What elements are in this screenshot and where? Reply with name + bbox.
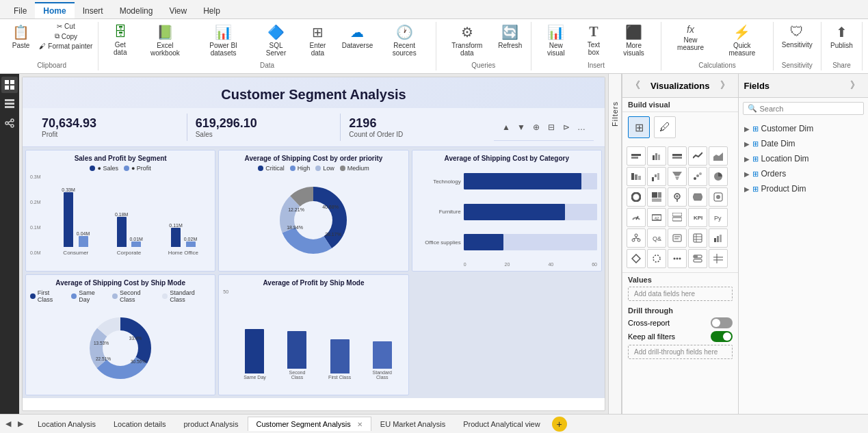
viz-filled-map[interactable] xyxy=(688,187,707,207)
table-icon[interactable]: ⊞ xyxy=(628,116,650,138)
cut-button[interactable]: ✂ Cut xyxy=(54,22,78,31)
viz-treemap[interactable] xyxy=(647,187,666,207)
sort-asc-button[interactable]: ▲ xyxy=(499,120,513,134)
format-painter-button[interactable]: 🖌 Format painter xyxy=(36,42,95,51)
text-box-button[interactable]: T Text box xyxy=(578,22,609,58)
report-view-icon[interactable] xyxy=(1,77,18,93)
chart-shipping-priority[interactable]: Average of Shipping Cost by order priori… xyxy=(218,150,408,272)
tab-close-btn[interactable]: ✕ xyxy=(357,421,363,428)
fields-group-orders-header[interactable]: ▶ ⊞ Orders xyxy=(743,167,864,181)
data-view-icon[interactable] xyxy=(1,96,18,112)
viz-scatter[interactable] xyxy=(688,167,707,186)
chart-shipping-priority-title: Average of Shipping Cost by order priori… xyxy=(223,155,404,162)
viz-more[interactable] xyxy=(668,249,687,268)
keep-filters-toggle[interactable] xyxy=(711,331,733,342)
viz-python[interactable]: Py xyxy=(709,208,728,227)
enter-data-button[interactable]: ⊞ Enter data xyxy=(299,22,336,59)
fields-group-location-header[interactable]: ▶ ⊞ Location Dim xyxy=(743,152,864,166)
filter-button[interactable]: ⊳ xyxy=(560,120,573,134)
fields-expand-btn[interactable]: 》 xyxy=(847,78,863,93)
paste-button[interactable]: 📋 Paste xyxy=(8,22,34,51)
refresh-button[interactable]: 🔄 Refresh xyxy=(495,22,525,51)
svg-rect-43 xyxy=(657,173,659,180)
viz-map[interactable] xyxy=(668,187,687,207)
viz-stacked-bar[interactable] xyxy=(627,146,646,166)
viz-clustered-bar[interactable] xyxy=(647,146,666,166)
viz-bar-chart-2[interactable] xyxy=(709,228,728,248)
collapse-button[interactable]: ⊟ xyxy=(544,120,558,134)
tab-home[interactable]: Home xyxy=(35,2,74,18)
viz-waterfall[interactable] xyxy=(647,167,666,186)
viz-slicer[interactable] xyxy=(688,249,707,268)
fields-group-date-header[interactable]: ▶ ⊞ Date Dim xyxy=(743,137,864,150)
viz-pie[interactable] xyxy=(709,167,728,186)
viz-azure-map[interactable] xyxy=(709,187,728,207)
sort-desc-button[interactable]: ▼ xyxy=(514,120,528,134)
model-view-icon[interactable] xyxy=(1,115,18,131)
tab-location-analysis[interactable]: Location Analysis xyxy=(29,417,105,431)
fields-group-product-header[interactable]: ▶ ⊞ Product Dim xyxy=(743,182,864,196)
viz-qa[interactable]: Q&A xyxy=(647,228,666,248)
viz-panel-collapse-btn[interactable]: 《 xyxy=(628,78,643,93)
transform-data-button[interactable]: ⚙ Transform data xyxy=(442,22,492,59)
tab-product-analytical[interactable]: Product Analytical view xyxy=(454,417,549,431)
publish-button[interactable]: ⬆ Publish xyxy=(826,22,857,51)
viz-narrative[interactable] xyxy=(668,228,687,248)
tab-help[interactable]: Help xyxy=(195,3,228,18)
fields-group-customer-header[interactable]: ▶ ⊞ Customer Dim xyxy=(743,122,864,135)
chart-sales-profit[interactable]: Sales and Profit by Segment ● Sales ● Pr… xyxy=(25,150,215,272)
excel-button[interactable]: 📗 Excel workbook xyxy=(139,22,191,59)
viz-kpi[interactable]: KPI xyxy=(688,208,707,227)
publish-icon: ⬆ xyxy=(836,24,847,40)
tab-product-analysis[interactable]: product Analysis xyxy=(174,417,247,431)
powerbi-datasets-button[interactable]: 📊 Power BI datasets xyxy=(194,22,252,59)
expand-button[interactable]: ⊕ xyxy=(529,120,543,134)
viz-diamond[interactable] xyxy=(627,249,646,268)
prev-page-btn[interactable]: ◀ xyxy=(3,419,14,430)
format-icon[interactable]: 🖊 xyxy=(654,116,676,138)
new-visual-button[interactable]: 📊 New visual xyxy=(537,22,575,59)
viz-panel-expand-btn[interactable]: 》 xyxy=(718,78,733,93)
more-visuals-button[interactable]: ⬛ More visuals xyxy=(612,22,655,59)
add-page-btn[interactable]: + xyxy=(552,417,567,432)
viz-paginated[interactable] xyxy=(688,228,707,248)
chart-profit-shipmode[interactable]: Average of Profit by Ship Mode 50 Same D… xyxy=(218,274,408,396)
dataverse-button[interactable]: ☁ Dataverse xyxy=(339,22,376,51)
add-drill-fields[interactable]: Add drill-through fields here xyxy=(628,345,733,359)
tab-customer-segment[interactable]: Customer Segment Analysis ✕ xyxy=(248,417,371,431)
fields-search-input[interactable] xyxy=(760,105,859,113)
viz-ribbon[interactable] xyxy=(627,167,646,186)
get-data-button[interactable]: 🗄 Get data xyxy=(104,22,136,58)
more-options-button[interactable]: … xyxy=(575,120,588,134)
copy-button[interactable]: ⧉ Copy xyxy=(52,31,80,41)
viz-decomp-tree[interactable] xyxy=(627,228,646,248)
sensitivity-button[interactable]: 🛡 Sensitivity xyxy=(778,22,817,51)
tab-file[interactable]: File xyxy=(5,3,35,18)
tab-location-details[interactable]: Location details xyxy=(105,417,174,431)
chart-shipping-shipmode-title: Average of Shipping Cost by Ship Mode xyxy=(30,279,211,287)
viz-shape[interactable] xyxy=(647,249,666,268)
chart-shipping-shipmode[interactable]: Average of Shipping Cost by Ship Mode Fi… xyxy=(25,274,215,396)
add-data-fields[interactable]: Add data fields here xyxy=(628,287,733,301)
cross-report-toggle[interactable] xyxy=(711,317,733,328)
quick-measure-button[interactable]: ⚡ Quick measure xyxy=(717,22,767,59)
sql-server-button[interactable]: 🔷 SQL Server xyxy=(256,22,297,59)
viz-card[interactable]: 42 xyxy=(647,208,666,227)
tab-view[interactable]: View xyxy=(161,3,195,18)
viz-funnel[interactable] xyxy=(668,167,687,186)
tab-modeling[interactable]: Modeling xyxy=(111,3,161,18)
viz-stacked-bar-100[interactable] xyxy=(668,146,687,166)
viz-area[interactable] xyxy=(709,146,728,166)
next-page-btn[interactable]: ▶ xyxy=(15,419,26,430)
chart-shipping-category[interactable]: Average of Shipping Cost by Category Tec… xyxy=(412,150,602,272)
viz-matrix[interactable] xyxy=(709,249,728,268)
viz-line[interactable] xyxy=(688,146,707,166)
viz-gauge[interactable] xyxy=(627,208,646,227)
recent-sources-button[interactable]: 🕐 Recent sources xyxy=(378,22,430,59)
new-measure-button[interactable]: fx New measure xyxy=(667,22,714,53)
viz-donut[interactable] xyxy=(627,187,646,207)
viz-multi-row-card[interactable] xyxy=(668,208,687,227)
svg-rect-4 xyxy=(5,99,14,101)
tab-eu-market[interactable]: EU Market Analysis xyxy=(371,417,454,431)
tab-insert[interactable]: Insert xyxy=(75,3,111,18)
